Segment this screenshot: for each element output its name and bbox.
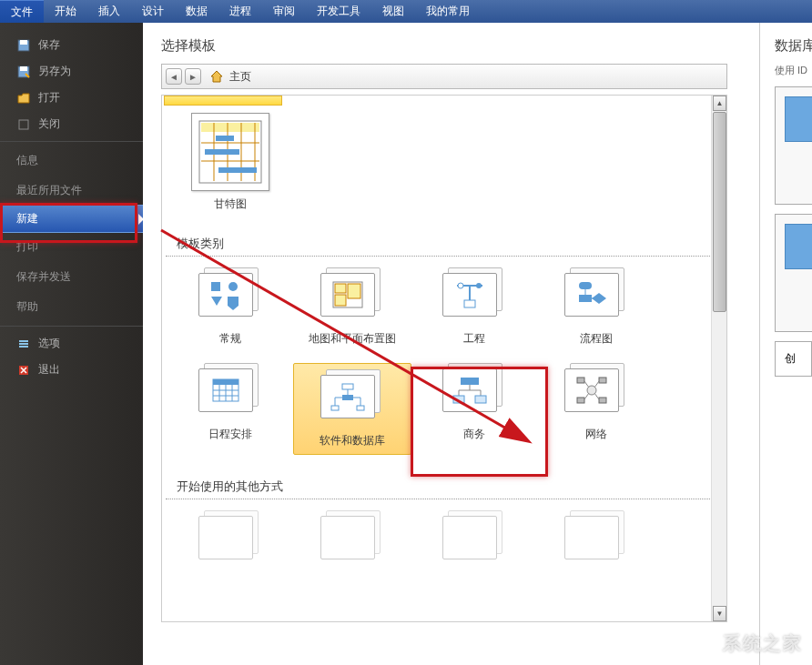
preview-thumbnail-1 (775, 86, 812, 205)
svg-rect-6 (19, 343, 28, 345)
open-icon (16, 91, 31, 106)
home-icon[interactable] (209, 69, 224, 84)
svg-rect-26 (348, 284, 360, 298)
category-label: 地图和平面布置图 (293, 331, 411, 347)
other-item-2[interactable] (293, 510, 411, 574)
svg-rect-45 (342, 384, 353, 389)
right-panel-subtitle: 使用 ID (775, 64, 812, 77)
svg-rect-65 (599, 398, 606, 403)
file-menu-panel: 保存 另存为 打开 关闭 信息 最近所用文件 新建 打印 保存并发送 帮助 选项 (0, 23, 143, 665)
category-maps[interactable]: 地图和平面布置图 (293, 267, 411, 347)
ribbon-tab-insert[interactable]: 插入 (87, 0, 131, 23)
svg-rect-1 (20, 40, 27, 45)
other-item-1[interactable] (171, 510, 289, 574)
svg-rect-7 (19, 346, 28, 348)
other-section-header: 开始使用的其他方式 (166, 471, 723, 499)
scroll-up-button[interactable]: ▲ (713, 96, 726, 111)
svg-rect-32 (464, 300, 475, 307)
ribbon-tab-design[interactable]: 设计 (131, 0, 175, 23)
category-software-database[interactable]: 软件和数据库 (293, 363, 411, 455)
menu-recent[interactable]: 最近所用文件 (0, 176, 143, 206)
other-item-4[interactable] (537, 510, 655, 574)
svg-rect-3 (20, 66, 27, 71)
menu-label: 打开 (38, 90, 60, 106)
category-general[interactable]: 常规 (171, 267, 289, 347)
category-section-header: 模板类别 (166, 228, 723, 257)
exit-icon (16, 363, 31, 378)
svg-rect-5 (19, 340, 28, 342)
svg-rect-10 (201, 123, 259, 132)
ribbon-tab-review[interactable]: 审阅 (262, 0, 306, 23)
scroll-thumb[interactable] (713, 112, 726, 312)
right-preview-panel: 数据库 使用 ID 创 (759, 23, 812, 665)
right-panel-title: 数据库 (775, 37, 812, 55)
breadcrumb-bar: ◄ ► 主页 (161, 64, 727, 89)
menu-item-open[interactable]: 打开 (0, 85, 143, 111)
menu-print[interactable]: 打印 (0, 232, 143, 262)
svg-line-69 (594, 393, 599, 399)
category-label: 商务 (415, 427, 533, 442)
category-business[interactable]: 商务 (415, 363, 533, 455)
content-area: 选择模板 ◄ ► 主页 (143, 23, 759, 665)
menu-label: 关闭 (38, 116, 60, 132)
svg-rect-59 (453, 396, 464, 403)
svg-rect-53 (357, 406, 364, 410)
category-label: 软件和数据库 (294, 433, 411, 448)
ribbon-tab-process[interactable]: 进程 (218, 0, 262, 23)
template-scrollbar[interactable]: ▲ ▼ (711, 96, 726, 621)
ribbon-tab-data[interactable]: 数据 (175, 0, 218, 23)
menu-item-close[interactable]: 关闭 (0, 111, 143, 137)
svg-rect-63 (599, 378, 606, 383)
category-schedule[interactable]: 日程安排 (171, 363, 289, 455)
category-network[interactable]: 网络 (537, 363, 655, 455)
category-label: 工程 (415, 331, 533, 347)
ribbon-tab-devtools[interactable]: 开发工具 (306, 0, 371, 23)
category-flowchart[interactable]: 流程图 (537, 267, 655, 347)
ribbon-tab-home[interactable]: 开始 (44, 0, 87, 23)
scroll-down-button[interactable]: ▼ (713, 606, 726, 621)
category-engineering[interactable]: 工程 (415, 267, 533, 347)
ribbon-tab-view[interactable]: 视图 (371, 0, 415, 23)
section-title-select-template: 选择模板 (161, 37, 741, 55)
svg-point-21 (228, 282, 238, 291)
menu-help[interactable]: 帮助 (0, 292, 143, 322)
svg-line-67 (594, 381, 599, 388)
svg-marker-37 (592, 293, 606, 304)
template-gantt[interactable]: 甘特图 (171, 113, 289, 212)
category-label: 常规 (171, 331, 289, 347)
menu-item-exit[interactable]: 退出 (0, 357, 143, 383)
svg-rect-19 (218, 167, 257, 173)
menu-item-save[interactable]: 保存 (0, 32, 143, 58)
template-label: 甘特图 (171, 196, 289, 212)
create-box[interactable]: 创 (775, 341, 812, 377)
svg-rect-54 (461, 378, 479, 385)
menu-item-options[interactable]: 选项 (0, 330, 143, 357)
svg-point-29 (458, 283, 463, 288)
svg-rect-60 (475, 396, 486, 403)
menu-label: 另存为 (38, 64, 71, 79)
close-icon (16, 117, 31, 132)
menu-item-saveas[interactable]: 另存为 (0, 58, 143, 85)
nav-back-button[interactable]: ◄ (166, 68, 182, 85)
svg-line-66 (584, 381, 589, 388)
ribbon-tab-file[interactable]: 文件 (0, 0, 44, 24)
svg-rect-35 (579, 295, 592, 302)
recent-indicator (164, 96, 282, 106)
ribbon-tabs: 文件 开始 插入 设计 数据 进程 审阅 开发工具 视图 我的常用 (0, 0, 812, 23)
svg-rect-47 (342, 395, 353, 400)
ribbon-tab-favorites[interactable]: 我的常用 (415, 0, 481, 23)
nav-forward-button[interactable]: ► (185, 68, 201, 85)
breadcrumb-home[interactable]: 主页 (229, 69, 251, 85)
svg-rect-17 (216, 136, 234, 141)
menu-item-new[interactable]: 新建 (0, 205, 144, 233)
saveas-icon (16, 65, 31, 79)
svg-rect-39 (213, 379, 239, 385)
svg-rect-52 (331, 406, 339, 410)
menu-label: 新建 (16, 211, 38, 227)
save-icon (16, 38, 31, 53)
other-item-3[interactable] (415, 510, 533, 574)
menu-info[interactable]: 信息 (0, 146, 143, 176)
menu-savesend[interactable]: 保存并发送 (0, 262, 143, 292)
svg-line-68 (584, 393, 589, 399)
menu-label: 退出 (38, 362, 60, 378)
